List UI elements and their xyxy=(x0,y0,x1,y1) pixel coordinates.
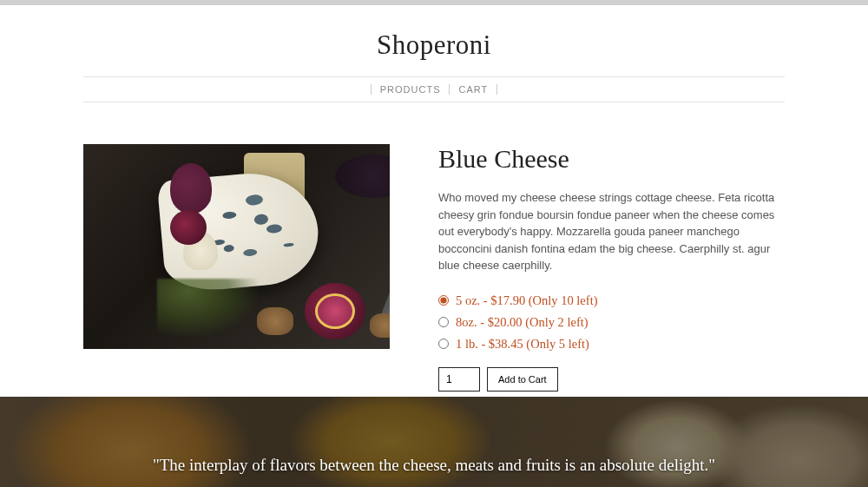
product-description: Who moved my cheese cheese strings cotta… xyxy=(438,189,785,274)
size-label: 5 oz. - $17.90 (Only 10 left) xyxy=(456,293,598,308)
add-to-cart-button[interactable]: Add to Cart xyxy=(487,367,558,392)
product-details: Blue Cheese Who moved my cheese cheese s… xyxy=(438,144,785,392)
nav-bar: PRODUCTS CART xyxy=(83,76,785,102)
size-options: 5 oz. - $17.90 (Only 10 left) 8oz. - $20… xyxy=(438,293,785,352)
site-title[interactable]: Shoperoni xyxy=(0,30,868,61)
add-to-cart-row: Add to Cart xyxy=(438,367,785,392)
nav-cart[interactable]: CART xyxy=(450,84,496,95)
size-label: 1 lb. - $38.45 (Only 5 left) xyxy=(456,337,589,352)
product-image xyxy=(83,144,390,349)
product-title: Blue Cheese xyxy=(438,144,785,174)
hero-banner: "The interplay of flavors between the ch… xyxy=(0,397,868,487)
product-section: Blue Cheese Who moved my cheese cheese s… xyxy=(0,102,868,418)
size-option[interactable]: 5 oz. - $17.90 (Only 10 left) xyxy=(438,293,785,308)
quantity-input[interactable] xyxy=(438,367,480,392)
nav-divider xyxy=(496,84,497,95)
size-label: 8oz. - $20.00 (Only 2 left) xyxy=(456,315,589,330)
site-header: Shoperoni xyxy=(0,5,868,76)
size-radio-1[interactable] xyxy=(438,317,449,327)
nav-products[interactable]: PRODUCTS xyxy=(372,84,450,95)
size-radio-2[interactable] xyxy=(438,339,449,349)
size-radio-0[interactable] xyxy=(438,295,449,306)
hero-quote: "The interplay of flavors between the ch… xyxy=(153,456,715,475)
size-option[interactable]: 1 lb. - $38.45 (Only 5 left) xyxy=(438,337,785,352)
size-option[interactable]: 8oz. - $20.00 (Only 2 left) xyxy=(438,315,785,330)
